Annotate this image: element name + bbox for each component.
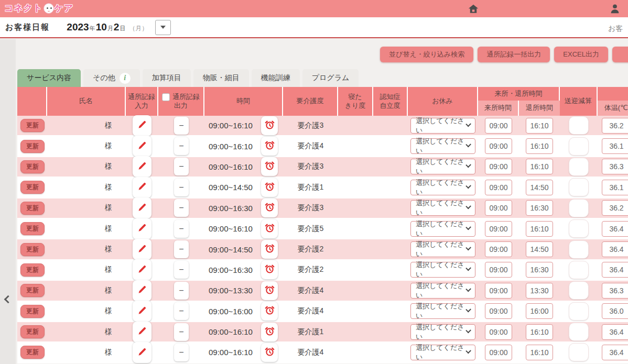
holiday-select[interactable]: 選択してください [410, 241, 475, 257]
update-button[interactable]: 更新 [20, 140, 45, 153]
departure-time-input[interactable] [526, 180, 553, 195]
holiday-select[interactable]: 選択してください [410, 200, 475, 216]
arrival-time-input[interactable] [485, 241, 512, 257]
transport-deduction-box[interactable] [569, 281, 589, 300]
temperature-input[interactable] [602, 221, 628, 237]
departure-time-input[interactable] [526, 345, 553, 360]
tab-機能訓練[interactable]: 機能訓練 [252, 69, 300, 87]
partial-hidden-button[interactable]: ー [612, 47, 628, 62]
record-input-button[interactable] [133, 218, 151, 239]
transport-deduction-box[interactable] [569, 240, 589, 259]
alarm-clock-button[interactable] [261, 281, 278, 300]
update-button[interactable]: 更新 [20, 305, 45, 318]
holiday-select[interactable]: 選択してください [410, 283, 475, 299]
transport-deduction-box[interactable] [569, 178, 589, 196]
record-output-button[interactable]: − [174, 344, 189, 361]
arrival-time-input[interactable] [485, 221, 512, 237]
departure-time-input[interactable] [526, 262, 553, 278]
alarm-clock-button[interactable] [261, 116, 278, 135]
arrival-time-input[interactable] [485, 345, 512, 360]
transport-deduction-box[interactable] [569, 261, 589, 279]
tab-プログラム[interactable]: プログラム [302, 69, 359, 87]
departure-time-input[interactable] [526, 200, 553, 216]
tab-サービス内容[interactable]: サービス内容 [17, 69, 81, 87]
arrival-time-input[interactable] [485, 138, 512, 154]
alarm-clock-button[interactable] [261, 157, 278, 176]
temperature-input[interactable] [602, 324, 628, 340]
departure-time-input[interactable] [526, 283, 553, 299]
toolbar-button[interactable]: 通所記録一括出力 [478, 47, 550, 62]
holiday-select[interactable]: 選択してください [410, 159, 475, 174]
temperature-input[interactable] [602, 345, 628, 360]
arrival-time-input[interactable] [485, 303, 512, 319]
home-icon[interactable] [468, 3, 479, 15]
record-input-button[interactable] [133, 322, 151, 343]
record-output-button[interactable]: − [174, 323, 189, 341]
record-input-button[interactable] [133, 301, 151, 322]
alarm-clock-button[interactable] [261, 219, 278, 238]
arrival-time-input[interactable] [485, 118, 512, 134]
temperature-input[interactable] [602, 118, 628, 134]
record-input-button[interactable] [133, 156, 151, 177]
arrival-time-input[interactable] [485, 180, 512, 195]
update-button[interactable]: 更新 [20, 181, 45, 194]
holiday-select[interactable]: 選択してください [410, 345, 475, 360]
update-button[interactable]: 更新 [20, 263, 45, 277]
record-input-button[interactable] [133, 280, 151, 301]
holiday-select[interactable]: 選択してください [410, 180, 475, 195]
update-button[interactable]: 更新 [20, 325, 45, 338]
transport-deduction-box[interactable] [569, 323, 589, 341]
user-icon[interactable] [609, 3, 621, 15]
update-button[interactable]: 更新 [20, 243, 45, 256]
holiday-select[interactable]: 選択してください [410, 138, 475, 154]
holiday-select[interactable]: 選択してください [410, 303, 475, 319]
record-input-button[interactable] [133, 115, 151, 136]
transport-deduction-box[interactable] [569, 158, 589, 176]
record-output-checkbox[interactable] [162, 93, 170, 101]
update-button[interactable]: 更新 [20, 222, 45, 235]
record-output-button[interactable]: − [174, 199, 189, 217]
record-output-button[interactable]: − [174, 117, 189, 135]
transport-deduction-box[interactable] [569, 219, 589, 238]
temperature-input[interactable] [602, 283, 628, 299]
tab-加算項目[interactable]: 加算項目 [143, 69, 191, 87]
record-output-button[interactable]: − [174, 179, 189, 196]
update-button[interactable]: 更新 [20, 119, 45, 132]
transport-deduction-box[interactable] [569, 343, 589, 361]
transport-deduction-box[interactable] [569, 199, 589, 217]
update-button[interactable]: 更新 [20, 160, 45, 173]
record-input-button[interactable] [133, 197, 151, 218]
record-input-button[interactable] [133, 342, 151, 363]
record-output-button[interactable]: − [174, 282, 189, 300]
record-input-button[interactable] [133, 177, 151, 198]
arrival-time-input[interactable] [485, 262, 512, 278]
update-button[interactable]: 更新 [20, 346, 45, 359]
date-dropdown-button[interactable] [155, 20, 171, 35]
tab-その他[interactable]: その他i [83, 69, 140, 87]
alarm-clock-button[interactable] [261, 137, 278, 156]
arrival-time-input[interactable] [485, 283, 512, 299]
arrival-time-input[interactable] [485, 200, 512, 216]
alarm-clock-button[interactable] [261, 240, 278, 259]
arrival-time-input[interactable] [485, 159, 512, 174]
arrival-time-input[interactable] [485, 324, 512, 340]
transport-deduction-box[interactable] [569, 137, 589, 156]
departure-time-input[interactable] [526, 241, 553, 257]
temperature-input[interactable] [602, 303, 628, 319]
transport-deduction-box[interactable] [569, 116, 589, 135]
record-output-button[interactable]: − [174, 261, 189, 279]
update-button[interactable]: 更新 [20, 284, 45, 297]
alarm-clock-button[interactable] [261, 198, 278, 217]
holiday-select[interactable]: 選択してください [410, 324, 475, 340]
holiday-select[interactable]: 選択してください [410, 262, 475, 278]
record-input-button[interactable] [133, 136, 151, 157]
temperature-input[interactable] [602, 138, 628, 154]
departure-time-input[interactable] [526, 118, 553, 134]
departure-time-input[interactable] [526, 221, 553, 237]
record-input-button[interactable] [133, 259, 151, 280]
departure-time-input[interactable] [526, 324, 553, 340]
update-button[interactable]: 更新 [20, 202, 45, 215]
toolbar-button[interactable]: 並び替え・絞り込み検索 [380, 47, 473, 62]
transport-deduction-box[interactable] [569, 302, 589, 321]
record-output-button[interactable]: − [174, 302, 189, 320]
